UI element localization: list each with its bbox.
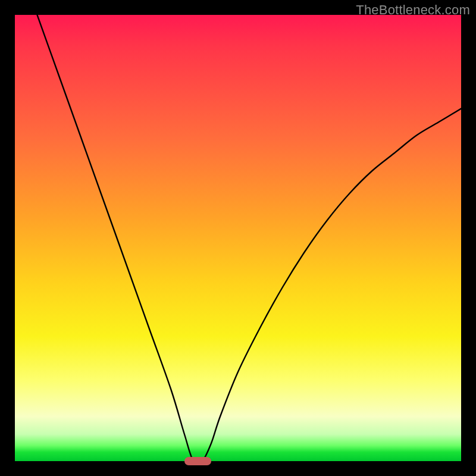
watermark-text: TheBottleneck.com	[356, 2, 470, 18]
optimum-marker	[184, 457, 211, 465]
chart-frame: TheBottleneck.com	[0, 0, 476, 476]
chart-plot-area	[15, 15, 461, 461]
bottleneck-curve	[15, 15, 461, 461]
